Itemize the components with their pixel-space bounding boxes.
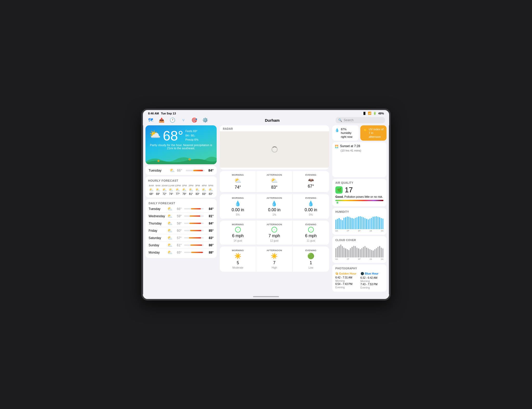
hourly-item: 3PM ⛅ 83° xyxy=(194,184,201,195)
day-low: 61° xyxy=(174,243,182,247)
aq-badge-icon: 🌿 xyxy=(337,188,341,192)
loading-spinner xyxy=(271,146,278,153)
cell-value: 0.00 in xyxy=(232,208,244,212)
h-time: 12PM xyxy=(175,184,181,187)
h-icon: ⛅ xyxy=(156,188,160,192)
cell-icon: 🦇 xyxy=(308,177,314,183)
today-high: 84° xyxy=(208,168,214,172)
hourly-item: 10AM ⛅ 72° xyxy=(161,184,168,195)
day-bar xyxy=(184,237,204,238)
golden-morning: 6:42 - 7:31 AM xyxy=(335,276,358,280)
blue-hour-col: 🌑 Blue Hour 6:32 - 6:42 AM Morning 7:43 … xyxy=(361,272,384,289)
day-high: 86° xyxy=(206,243,214,247)
golden-hour-icon: 🌤 xyxy=(335,272,339,275)
hero-temperature: 68° xyxy=(163,129,183,142)
cell-label: AFTERNOON xyxy=(267,249,282,252)
humidity-bar xyxy=(361,217,362,229)
humidity-bar xyxy=(374,216,375,229)
aq-desc-text: Pollution poses little or no risk. xyxy=(344,195,383,198)
h-icon: ⛅ xyxy=(195,188,200,192)
day-name: Sunday xyxy=(149,243,165,247)
blue-hour-title: 🌑 Blue Hour xyxy=(361,272,384,275)
wind-forecast-grid: MORNING ↑ 6 mph 14 gust AFTERNOON → 7 mp… xyxy=(220,221,329,245)
share-icon[interactable]: 📤 xyxy=(158,117,165,124)
daily-row: Friday ⛅ 60° 85° xyxy=(149,227,214,234)
h-time: 2PM xyxy=(189,184,194,187)
humidity-alert-icon: 💧 xyxy=(335,128,339,132)
aq-bar xyxy=(335,200,383,201)
hourly-forecast-section: HOURLY FORECAST 8AM ⛅ 68° 9AM ⛅ 69° 10AM xyxy=(145,176,217,197)
status-time: 8:46 AM xyxy=(148,112,159,115)
cell-value: 1 xyxy=(310,261,312,265)
cloud-bar xyxy=(377,247,378,257)
map-icon[interactable]: 🗺 xyxy=(147,117,154,124)
radar-map[interactable] xyxy=(220,131,329,168)
cell-value: 74° xyxy=(235,185,241,190)
day-high: 83° xyxy=(206,236,214,240)
day-high: 84° xyxy=(206,207,214,211)
cloud-bar xyxy=(369,249,370,257)
search-bar[interactable]: 🔍 Search xyxy=(336,117,385,123)
cloud-bar xyxy=(350,248,351,257)
h-temp: 81° xyxy=(189,193,193,195)
h-time: 3PM xyxy=(195,184,200,187)
cell-sub: 0% xyxy=(309,213,313,216)
h-temp: 74° xyxy=(169,193,173,195)
blue-morning: 6:32 - 6:42 AM xyxy=(361,276,384,280)
forecast-cell: AFTERNOON ☀️ 7 High xyxy=(256,247,292,272)
cell-value: 6 mph xyxy=(305,234,317,238)
cell-sub: 5% xyxy=(236,213,240,216)
radar-section: RADAR xyxy=(220,125,329,169)
forecast-cell: MORNING ⛅ 74° xyxy=(220,171,256,193)
weather-hero: ⛅ 68° Feels 69° 84↑ 66↓ Precip 6% Partly… xyxy=(145,125,217,164)
cloud-bar xyxy=(351,247,353,257)
aq-number: 17 xyxy=(345,186,353,194)
humidity-header: HUMIDITY xyxy=(335,210,383,213)
hero-description: Partly cloudy for the hour. Nearest prec… xyxy=(149,144,213,150)
filter-icon[interactable]: ⑂ xyxy=(180,117,187,124)
cell-sub: Moderate xyxy=(232,266,243,269)
home-indicator xyxy=(143,294,389,299)
blue-evening: 7:43 - 7:53 PM xyxy=(361,283,384,286)
humidity-bar xyxy=(369,219,370,229)
humidity-bar xyxy=(358,216,359,229)
forecast-cell: MORNING ↑ 6 mph 14 gust xyxy=(220,221,256,245)
cloud-bar xyxy=(381,248,382,257)
day-name: Tuesday xyxy=(149,207,165,211)
day-icon: ⛅ xyxy=(167,228,173,233)
sunset-text: Sunset at 7:28 xyxy=(340,144,360,148)
humidity-bar xyxy=(345,217,346,229)
day-bar xyxy=(184,244,204,246)
forecast-cell: AFTERNOON 💧 0.00 in 1% xyxy=(256,194,292,219)
cloud-bar xyxy=(376,248,377,257)
aq-description: Good. Pollution poses little or no risk. xyxy=(335,195,383,198)
h-time: 8AM xyxy=(149,184,154,187)
cell-label: AFTERNOON xyxy=(267,197,282,199)
precip-grid: MORNING 💧 0.00 in 5% AFTERNOON 💧 0.00 in… xyxy=(220,194,329,219)
cell-icon: ⛅ xyxy=(234,177,241,184)
aq-header: AIR QUALITY xyxy=(335,181,383,184)
feels-like: Feels 69° xyxy=(185,129,198,133)
cloud-bar xyxy=(358,248,359,257)
cloud-bar xyxy=(361,248,362,257)
cloud-bar xyxy=(360,249,361,257)
h-time: 11AM xyxy=(168,184,174,187)
alerts-row: 💧 87% humidity right now ☀️ UV index of … xyxy=(332,125,387,141)
history-icon[interactable]: 🕐 xyxy=(169,117,176,124)
day-high: 84° xyxy=(206,222,214,225)
cell-icon: 🟢 xyxy=(307,253,314,260)
golden-morning-label: Morning xyxy=(335,280,358,282)
day-low: 59° xyxy=(174,214,182,218)
settings-icon[interactable]: ⚙️ xyxy=(202,117,209,124)
cloud-bar xyxy=(337,247,338,257)
cloud-bar xyxy=(374,249,375,257)
blue-hour-icon: 🌑 xyxy=(361,272,365,275)
day-name: Saturday xyxy=(149,236,165,240)
cell-sub: 12 gust xyxy=(270,239,279,242)
signal-icon: ▐▌ xyxy=(363,112,366,115)
ipad-frame: 8:46 AM Tue Sep 13 ▐▌ 📶 🔋 49% 🗺 📤 🕐 ⑂ 🎯 … xyxy=(141,108,391,301)
h-icon: ⛅ xyxy=(162,188,167,192)
humidity-bar xyxy=(347,216,348,229)
compass-icon[interactable]: 🎯 xyxy=(191,117,198,124)
search-icon: 🔍 xyxy=(338,118,342,122)
